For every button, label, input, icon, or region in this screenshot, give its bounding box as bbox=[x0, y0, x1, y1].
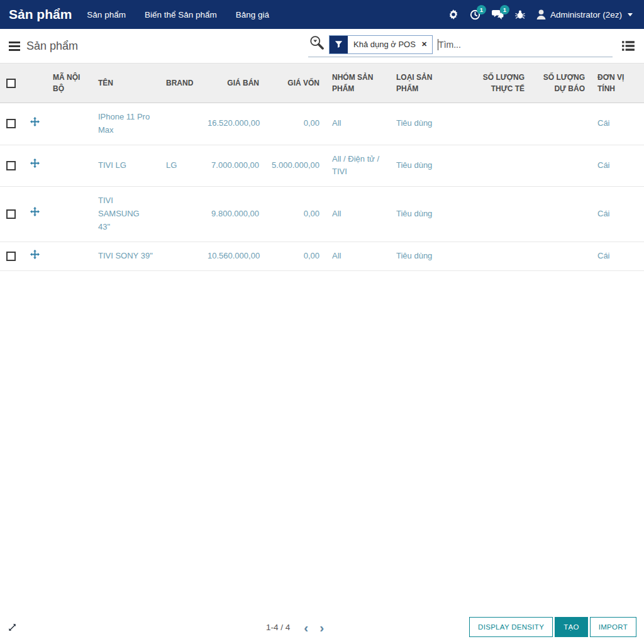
drag-handle-icon[interactable] bbox=[30, 158, 40, 168]
cell-product-type: Tiêu dùng bbox=[390, 103, 460, 145]
cell-unit: Cái bbox=[591, 187, 644, 242]
header-sale-price[interactable]: GIÁ BÁN bbox=[201, 64, 265, 103]
facet-label: Khả dụng ở POS bbox=[348, 36, 420, 53]
header-unit[interactable]: ĐƠN VỊ TÍNH bbox=[591, 64, 644, 103]
cell-qty-forecast bbox=[531, 242, 591, 271]
cell-brand: LG bbox=[160, 145, 201, 187]
list-view-icon[interactable] bbox=[621, 40, 635, 52]
pager-next-icon[interactable]: › bbox=[317, 621, 326, 634]
cell-handle bbox=[24, 187, 47, 242]
menu-item-products[interactable]: Sản phẩm bbox=[87, 10, 126, 19]
import-button[interactable]: IMPORT bbox=[590, 617, 636, 637]
activity-clock-icon[interactable]: 1 bbox=[470, 9, 480, 20]
table-row[interactable]: TIVI SONY 39" 10.560.000,00 0,00 All Tiê… bbox=[0, 242, 644, 271]
cell-unit: Cái bbox=[591, 145, 644, 187]
app-name[interactable]: Sản phẩm bbox=[6, 7, 78, 22]
avatar-icon bbox=[536, 9, 546, 19]
display-density-button[interactable]: DISPLAY DENSITY bbox=[469, 617, 553, 637]
drag-handle-icon[interactable] bbox=[30, 207, 40, 216]
search-magnifier-icon[interactable] bbox=[308, 35, 325, 54]
facet-remove-icon[interactable]: ✕ bbox=[420, 36, 432, 53]
header-internal-code[interactable]: MÃ NỘI BỘ bbox=[47, 64, 92, 103]
row-checkbox[interactable] bbox=[6, 161, 16, 170]
drag-handle-icon[interactable] bbox=[30, 250, 40, 259]
table-row[interactable]: TIVI SAMSUNG 43" 9.800.000,00 0,00 All T… bbox=[0, 187, 644, 242]
drag-handle-icon[interactable] bbox=[30, 117, 40, 126]
user-menu[interactable]: Administrator (2ez) bbox=[536, 9, 633, 19]
cell-select bbox=[0, 242, 24, 271]
cell-cost: 0,00 bbox=[265, 103, 326, 145]
search-input[interactable] bbox=[438, 40, 613, 50]
header-qty-forecast[interactable]: SỐ LƯỢNG DỰ BÁO bbox=[531, 64, 591, 103]
cell-sale-price: 7.000.000,00 bbox=[201, 145, 265, 187]
cell-brand bbox=[160, 242, 201, 271]
cell-sale-price: 10.560.000,00 bbox=[201, 242, 265, 271]
footer-buttons: DISPLAY DENSITY TẠO IMPORT bbox=[469, 617, 636, 637]
cell-qty-forecast bbox=[531, 187, 591, 242]
search-input-wrap bbox=[438, 39, 613, 50]
cell-sale-price: 16.520.000,00 bbox=[201, 103, 265, 145]
cell-qty-forecast bbox=[531, 145, 591, 187]
filter-icon bbox=[330, 36, 348, 53]
table-header-row: MÃ NỘI BỘ TÊN BRAND GIÁ BÁN GIÁ VỐN NHÓM… bbox=[0, 64, 644, 103]
cell-handle bbox=[24, 145, 47, 187]
sidebar-toggle-icon[interactable] bbox=[9, 42, 20, 51]
handle-header bbox=[24, 64, 47, 103]
expand-icon[interactable] bbox=[8, 623, 17, 632]
activity-badge: 1 bbox=[477, 5, 486, 15]
cell-product-group: All bbox=[326, 242, 390, 271]
row-checkbox[interactable] bbox=[6, 252, 16, 261]
messages-icon[interactable]: 1 bbox=[492, 9, 504, 20]
chevron-down-icon bbox=[628, 13, 633, 16]
header-product-group[interactable]: NHÓM SẢN PHẨM bbox=[326, 64, 390, 103]
search-facet: Khả dụng ở POS ✕ bbox=[329, 35, 433, 54]
cell-cost: 0,00 bbox=[265, 242, 326, 271]
cell-internal-code bbox=[47, 145, 92, 187]
cell-internal-code bbox=[47, 103, 92, 145]
header-product-type[interactable]: LOẠI SẢN PHẨM bbox=[390, 64, 460, 103]
header-name[interactable]: TÊN bbox=[92, 64, 160, 103]
row-checkbox[interactable] bbox=[6, 209, 16, 219]
cell-product-name: IPhone 11 Pro Max bbox=[92, 103, 160, 145]
cell-qty-on-hand bbox=[460, 103, 531, 145]
menu-item-pricelists[interactable]: Bảng giá bbox=[236, 10, 269, 19]
select-all-checkbox[interactable] bbox=[6, 79, 16, 88]
control-panel: Sản phẩm Khả dụng ở POS ✕ bbox=[0, 29, 644, 63]
breadcrumb: Sản phẩm bbox=[26, 40, 78, 53]
cell-select bbox=[0, 145, 24, 187]
table-row[interactable]: TIVI LG LG 7.000.000,00 5.000.000,00 All… bbox=[0, 145, 644, 187]
cell-product-type: Tiêu dùng bbox=[390, 242, 460, 271]
menu-item-variants[interactable]: Biến thể Sản phẩm bbox=[145, 10, 217, 19]
cell-handle bbox=[24, 103, 47, 145]
cell-handle bbox=[24, 242, 47, 271]
messages-badge: 1 bbox=[500, 5, 509, 15]
search-zone: Khả dụng ở POS ✕ bbox=[308, 35, 635, 57]
cell-cost: 5.000.000,00 bbox=[265, 145, 326, 187]
header-brand[interactable]: BRAND bbox=[160, 64, 201, 103]
cell-brand bbox=[160, 187, 201, 242]
navbar-right: 1 1 Administrator (2ez) bbox=[448, 9, 638, 20]
cell-unit: Cái bbox=[591, 242, 644, 271]
cell-qty-on-hand bbox=[460, 242, 531, 271]
settings-gear-icon[interactable] bbox=[448, 9, 458, 19]
cell-product-name: TIVI SONY 39" bbox=[92, 242, 160, 271]
pager: 1-4 / 4 ‹ › bbox=[266, 621, 326, 634]
cell-unit: Cái bbox=[591, 103, 644, 145]
cell-brand bbox=[160, 103, 201, 145]
cell-qty-on-hand bbox=[460, 187, 531, 242]
top-navbar: Sản phẩm Sản phẩm Biến thể Sản phẩm Bảng… bbox=[0, 0, 644, 29]
row-checkbox[interactable] bbox=[6, 119, 16, 128]
table-row[interactable]: IPhone 11 Pro Max 16.520.000,00 0,00 All… bbox=[0, 103, 644, 145]
create-button[interactable]: TẠO bbox=[555, 617, 588, 637]
bug-icon[interactable] bbox=[515, 9, 525, 19]
pager-prev-icon[interactable]: ‹ bbox=[301, 621, 311, 634]
cell-internal-code bbox=[47, 242, 92, 271]
cell-product-type: Tiêu dùng bbox=[390, 145, 460, 187]
header-cost[interactable]: GIÁ VỐN bbox=[265, 64, 326, 103]
user-name: Administrator (2ez) bbox=[550, 10, 622, 19]
cell-internal-code bbox=[47, 187, 92, 242]
cell-product-group: All bbox=[326, 187, 390, 242]
product-table: MÃ NỘI BỘ TÊN BRAND GIÁ BÁN GIÁ VỐN NHÓM… bbox=[0, 63, 644, 271]
header-qty-on-hand[interactable]: SỐ LƯỢNG THỰC TẾ bbox=[460, 64, 531, 103]
cell-select bbox=[0, 103, 24, 145]
